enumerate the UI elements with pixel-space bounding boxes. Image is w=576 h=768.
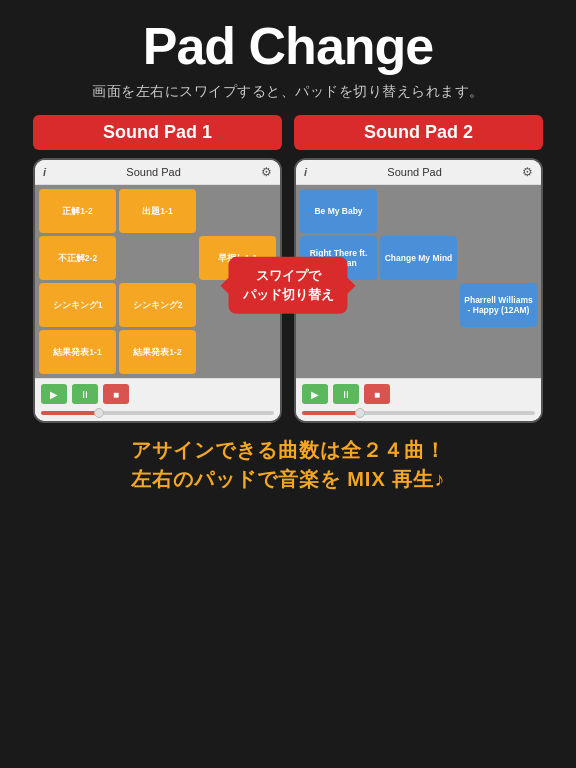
swipe-line2: パッド切り替え: [243, 286, 334, 301]
pad-cell[interactable]: [380, 283, 457, 327]
pad-cell[interactable]: [460, 189, 537, 233]
swipe-arrow-overlay: スワイプで パッド切り替え: [229, 257, 348, 313]
footer-line2: 左右のパッドで音楽を MIX 再生♪: [131, 466, 446, 493]
pad1-label: Sound Pad 1: [33, 115, 282, 150]
phone1-progress-track[interactable]: [41, 411, 274, 415]
swipe-label: スワイプで パッド切り替え: [229, 257, 348, 313]
phone2-progress-fill: [302, 411, 360, 415]
phone2-stop-button[interactable]: ■: [364, 384, 390, 404]
pad-cell[interactable]: Be My Baby: [300, 189, 377, 233]
phone2-header: i Sound Pad ⚙: [296, 160, 541, 185]
pad-cell[interactable]: [199, 189, 276, 233]
pad-cell[interactable]: シンキング1: [39, 283, 116, 327]
swipe-line1: スワイプで: [256, 268, 321, 283]
pad-cell[interactable]: シンキング2: [119, 283, 196, 327]
pad-cell[interactable]: 結果発表1-2: [119, 330, 196, 374]
pad-cell[interactable]: [300, 330, 377, 374]
phone2-controls: ▶ ⏸ ■: [296, 378, 541, 407]
phone1-settings-icon[interactable]: ⚙: [261, 165, 272, 179]
pad-cell[interactable]: [460, 330, 537, 374]
pad-cell[interactable]: Pharrell Williams - Happy (12AM): [460, 283, 537, 327]
phone2-info-icon: i: [304, 166, 307, 178]
phone2-progress-knob[interactable]: [355, 408, 365, 418]
footer-line1: アサインできる曲数は全２４曲！: [131, 437, 446, 464]
pad-cell[interactable]: [380, 189, 457, 233]
page-title: Pad Change: [143, 18, 434, 75]
phones-row: i Sound Pad ⚙ 正解1-2 出題1-1 不正解2-2 早押し1-1 …: [33, 158, 543, 423]
phone1-progress-knob[interactable]: [94, 408, 104, 418]
phone1-progress-row: [35, 407, 280, 421]
phone2-progress-row: [296, 407, 541, 421]
phone2-settings-icon[interactable]: ⚙: [522, 165, 533, 179]
pad-cell[interactable]: 出題1-1: [119, 189, 196, 233]
pad-cell[interactable]: [119, 236, 196, 280]
phone1-stop-button[interactable]: ■: [103, 384, 129, 404]
pad-cell[interactable]: 不正解2-2: [39, 236, 116, 280]
pad-cell[interactable]: Change My Mind: [380, 236, 457, 280]
pad-cell[interactable]: 結果発表1-1: [39, 330, 116, 374]
phone2-progress-track[interactable]: [302, 411, 535, 415]
pad-cell[interactable]: [199, 330, 276, 374]
phone1-play-button[interactable]: ▶: [41, 384, 67, 404]
phone2-pause-button[interactable]: ⏸: [333, 384, 359, 404]
pad2-label: Sound Pad 2: [294, 115, 543, 150]
footer: アサインできる曲数は全２４曲！ 左右のパッドで音楽を MIX 再生♪: [131, 437, 446, 493]
pad-cell[interactable]: [460, 236, 537, 280]
phone2-play-button[interactable]: ▶: [302, 384, 328, 404]
pad-cell[interactable]: [380, 330, 457, 374]
phone2-title: Sound Pad: [387, 166, 441, 178]
phone1-progress-fill: [41, 411, 99, 415]
pad-cell[interactable]: 正解1-2: [39, 189, 116, 233]
phone1-pause-button[interactable]: ⏸: [72, 384, 98, 404]
header-subtitle: 画面を左右にスワイプすると、パッドを切り替えられます。: [92, 83, 484, 101]
phone1-controls: ▶ ⏸ ■: [35, 378, 280, 407]
phone1-title: Sound Pad: [126, 166, 180, 178]
phone1-info-icon: i: [43, 166, 46, 178]
labels-row: Sound Pad 1 Sound Pad 2: [33, 115, 543, 150]
phone1-header: i Sound Pad ⚙: [35, 160, 280, 185]
